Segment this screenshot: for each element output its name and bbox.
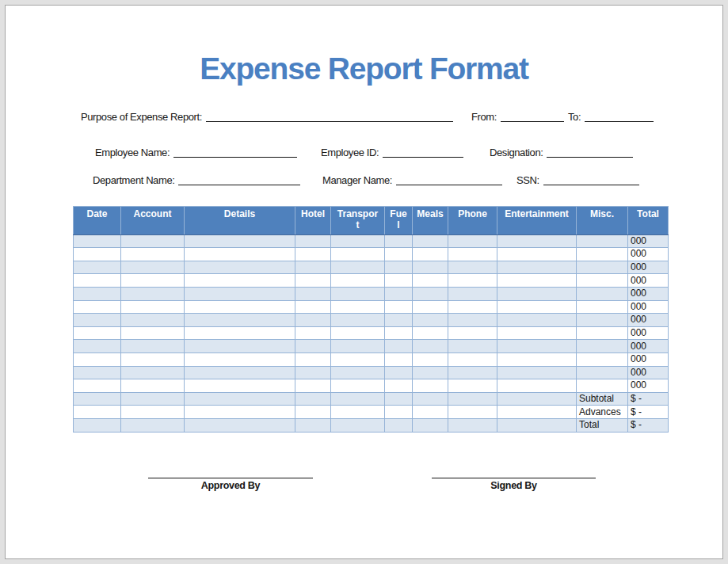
expense-cell[interactable] (577, 287, 628, 300)
row-total-cell[interactable]: 000 (628, 234, 669, 248)
expense-cell[interactable] (185, 326, 295, 340)
expense-cell[interactable] (121, 418, 185, 432)
expense-cell[interactable] (448, 406, 497, 419)
expense-cell[interactable] (295, 366, 331, 379)
expense-cell[interactable] (185, 366, 295, 379)
expense-cell[interactable] (413, 340, 448, 353)
expense-cell[interactable] (497, 406, 577, 419)
expense-cell[interactable] (74, 392, 121, 406)
expense-cell[interactable] (385, 326, 413, 340)
row-total-cell[interactable]: 000 (628, 326, 669, 340)
row-total-cell[interactable]: 000 (628, 340, 669, 353)
expense-cell[interactable] (497, 379, 577, 393)
expense-cell[interactable] (121, 234, 185, 248)
expense-cell[interactable] (121, 340, 185, 353)
expense-cell[interactable] (295, 287, 331, 300)
expense-cell[interactable] (448, 248, 497, 261)
expense-cell[interactable] (331, 379, 385, 393)
expense-cell[interactable] (385, 352, 413, 366)
expense-cell[interactable] (413, 392, 448, 406)
expense-cell[interactable] (413, 379, 448, 393)
expense-cell[interactable] (295, 234, 331, 248)
expense-cell[interactable] (331, 314, 385, 327)
expense-cell[interactable] (121, 379, 185, 393)
expense-cell[interactable] (331, 418, 385, 432)
expense-cell[interactable] (295, 314, 331, 327)
expense-cell[interactable] (121, 406, 185, 419)
expense-cell[interactable] (121, 300, 185, 314)
expense-cell[interactable] (121, 366, 185, 379)
expense-cell[interactable] (185, 379, 295, 393)
expense-cell[interactable] (185, 340, 295, 353)
expense-cell[interactable] (295, 248, 331, 261)
expense-cell[interactable] (413, 274, 448, 288)
expense-cell[interactable] (74, 379, 121, 393)
expense-cell[interactable] (413, 248, 448, 261)
expense-cell[interactable] (74, 326, 121, 340)
expense-cell[interactable] (185, 352, 295, 366)
expense-cell[interactable] (331, 366, 385, 379)
expense-cell[interactable] (185, 274, 295, 288)
expense-cell[interactable] (121, 314, 185, 327)
expense-cell[interactable] (385, 248, 413, 261)
expense-cell[interactable] (331, 300, 385, 314)
expense-cell[interactable] (385, 314, 413, 327)
expense-cell[interactable] (331, 352, 385, 366)
expense-cell[interactable] (295, 418, 331, 432)
expense-cell[interactable] (497, 261, 577, 274)
expense-cell[interactable] (331, 261, 385, 274)
expense-cell[interactable] (185, 314, 295, 327)
expense-cell[interactable] (74, 248, 121, 261)
expense-cell[interactable] (385, 300, 413, 314)
designation-blank-line[interactable] (547, 147, 633, 158)
expense-cell[interactable] (385, 418, 413, 432)
expense-cell[interactable] (74, 234, 121, 248)
expense-cell[interactable] (74, 406, 121, 419)
expense-cell[interactable] (331, 406, 385, 419)
row-total-cell[interactable]: 000 (628, 379, 669, 393)
row-total-cell[interactable]: 000 (628, 300, 669, 314)
expense-cell[interactable] (385, 274, 413, 288)
expense-cell[interactable] (497, 366, 577, 379)
expense-cell[interactable] (448, 274, 497, 288)
expense-cell[interactable] (577, 366, 628, 379)
expense-cell[interactable] (413, 352, 448, 366)
expense-cell[interactable] (413, 326, 448, 340)
expense-cell[interactable] (497, 300, 577, 314)
row-total-cell[interactable]: 000 (628, 261, 669, 274)
expense-cell[interactable] (577, 379, 628, 393)
expense-cell[interactable] (385, 406, 413, 419)
expense-cell[interactable] (497, 352, 577, 366)
expense-cell[interactable] (413, 406, 448, 419)
expense-cell[interactable] (385, 340, 413, 353)
expense-cell[interactable] (121, 248, 185, 261)
row-total-cell[interactable]: 000 (628, 314, 669, 327)
expense-cell[interactable] (497, 418, 577, 432)
expense-cell[interactable] (448, 314, 497, 327)
expense-cell[interactable] (331, 326, 385, 340)
expense-cell[interactable] (385, 287, 413, 300)
row-total-cell[interactable]: 000 (628, 274, 669, 288)
expense-cell[interactable] (74, 261, 121, 274)
expense-cell[interactable] (185, 418, 295, 432)
department-name-blank-line[interactable] (178, 175, 300, 185)
expense-cell[interactable] (448, 300, 497, 314)
to-blank-line[interactable] (585, 112, 654, 122)
expense-cell[interactable] (74, 418, 121, 432)
signed-by-signature-line[interactable] (432, 467, 596, 478)
expense-cell[interactable] (185, 300, 295, 314)
expense-cell[interactable] (497, 248, 577, 261)
expense-cell[interactable] (74, 274, 121, 288)
expense-cell[interactable] (331, 234, 385, 248)
ssn-blank-line[interactable] (543, 175, 639, 185)
expense-cell[interactable] (331, 248, 385, 261)
expense-cell[interactable] (331, 287, 385, 300)
expense-cell[interactable] (497, 234, 577, 248)
expense-cell[interactable] (295, 300, 331, 314)
expense-cell[interactable] (295, 261, 331, 274)
expense-cell[interactable] (413, 287, 448, 300)
employee-id-blank-line[interactable] (383, 147, 463, 158)
expense-cell[interactable] (497, 392, 577, 406)
expense-cell[interactable] (448, 261, 497, 274)
row-total-cell[interactable]: 000 (628, 248, 669, 261)
